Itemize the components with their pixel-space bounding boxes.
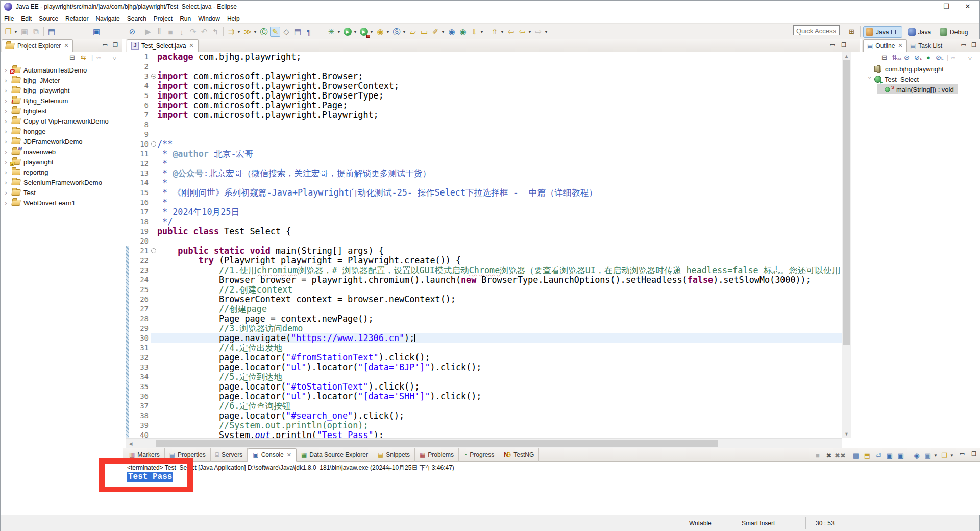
expander-icon[interactable]: › [5, 97, 10, 105]
code-line-36[interactable]: page.locator("ul").locator("[data='SHH']… [157, 392, 481, 401]
back-icon[interactable]: ⇦ [517, 27, 527, 37]
save-all-icon[interactable]: ⧉ [31, 27, 41, 37]
stop-icon[interactable]: ■ [165, 27, 176, 37]
tree-item-playwright[interactable]: ›▲playwright [1, 157, 122, 167]
open-folder-icon[interactable]: ▱ [408, 27, 418, 37]
menu-navigate[interactable]: Navigate [92, 13, 123, 23]
menu-edit[interactable]: Edit [17, 13, 35, 23]
back-dropdown-icon[interactable]: ▼ [528, 30, 532, 34]
menu-refactor[interactable]: Refactor [62, 13, 92, 23]
code-line-30[interactable]: page.navigate("https://www.12306.cn"); [157, 333, 415, 343]
code-line-37[interactable]: //6.定位查询按钮 [157, 401, 291, 411]
pencil-icon[interactable]: ✐ [430, 27, 440, 37]
remove-launch-icon[interactable]: ✖ [824, 450, 834, 461]
collapse-all-icon[interactable]: ⊟ [881, 54, 887, 61]
tree-item-reportng[interactable]: ›reportng [1, 167, 122, 177]
code-line-24[interactable]: Browser browser = playwright.chromium().… [157, 275, 811, 285]
editor-horizontal-scrollbar[interactable]: ◀ [126, 438, 842, 448]
hide-fields-icon[interactable]: ⊘ [904, 54, 910, 61]
tree-item-SeleniumFrameworkDemo[interactable]: ›SeleniumFrameworkDemo [1, 177, 122, 187]
code-line-7[interactable]: import com.microsoft.playwright.Playwrig… [157, 110, 379, 120]
code-line-4[interactable]: import com.microsoft.playwright.BrowserC… [157, 81, 399, 91]
open-folder2-icon[interactable]: ▭ [419, 27, 429, 37]
new-web-icon[interactable]: ◉ [375, 27, 385, 37]
minimize-window-button[interactable]: — [916, 2, 931, 12]
run-config-dropdown-icon[interactable]: ▼ [370, 30, 374, 34]
tree-item-Bjhg_Selenium[interactable]: ›!Bjhg_Selenium [1, 95, 122, 106]
collapse-all-icon[interactable]: ⊟ [69, 54, 75, 61]
run-dropdown-icon[interactable]: ▼ [353, 30, 358, 34]
coverage-icon[interactable]: ⇉ [226, 27, 236, 37]
code-line-34[interactable]: //5.定位到达地 [157, 372, 282, 382]
open-console-icon[interactable]: ❐ [939, 450, 949, 461]
expander-icon[interactable]: › [5, 168, 10, 176]
expander-icon[interactable]: › [5, 189, 10, 197]
import-down-icon[interactable]: ⇩ [469, 27, 479, 37]
expander-icon[interactable]: › [866, 76, 874, 81]
view-menu-icon[interactable]: ▽ [968, 56, 972, 61]
import-down-dropdown-icon[interactable]: ▼ [480, 30, 484, 34]
code-line-12[interactable]: * [157, 159, 167, 168]
maximize-view-icon[interactable]: ❒ [971, 451, 976, 457]
expander-icon[interactable]: › [5, 158, 10, 166]
remove-all-icon[interactable]: ✖✖ [835, 450, 845, 461]
expander-icon[interactable]: › [5, 128, 10, 135]
dropdown-icon[interactable]: ▼ [950, 453, 954, 458]
tab-project-explorer[interactable]: Project Explorer ✕ [2, 39, 73, 52]
focus-task-icon[interactable]: ◦◦ [951, 54, 955, 61]
code-line-14[interactable]: * [157, 178, 167, 188]
binary-file-icon[interactable]: ▤ [46, 27, 57, 37]
show-whitespace-icon[interactable]: ¶ [304, 27, 314, 37]
perspective-java-ee[interactable]: Java EE [863, 26, 902, 38]
code-line-28[interactable]: Page page = context.newPage(); [157, 314, 374, 324]
show-on-output-icon[interactable]: ▣ [896, 450, 906, 461]
expander-icon[interactable]: › [5, 148, 10, 156]
code-line-29[interactable]: //3.浏览器访问demo [157, 324, 303, 333]
step-over-icon[interactable]: ↷ [188, 27, 198, 37]
resume-icon[interactable]: ▶ [143, 27, 153, 37]
coverage-dropdown-icon[interactable]: ▼ [237, 30, 241, 34]
tab-servers[interactable]: ⌸Servers [211, 448, 248, 462]
tree-item-bjhgtest[interactable]: ›bjhgtest [1, 106, 122, 116]
expander-icon[interactable]: › [5, 77, 10, 84]
new-web-dropdown-icon[interactable]: ▼ [386, 30, 390, 34]
reader-mode-icon[interactable]: ▤ [292, 27, 303, 37]
maximize-view-icon[interactable]: ❒ [971, 42, 976, 49]
minimize-view-icon[interactable]: ▭ [960, 451, 965, 457]
maximize-editor-icon[interactable]: ❒ [841, 42, 846, 49]
outline-item-main[interactable]: Smain(String[]) : void [877, 84, 958, 94]
code-line-40[interactable]: System.out.println("Test Pass"); [157, 430, 384, 438]
step-into-icon[interactable]: ↓ [177, 27, 187, 37]
code-line-39[interactable]: //System.out.println(option); [157, 421, 368, 430]
tree-item-hongge[interactable]: ›hongge [1, 126, 122, 136]
tree-item-Copy of VipFrameworkDemo[interactable]: ›Copy of VipFrameworkDemo [1, 116, 122, 126]
pin-icon[interactable]: ◉ [912, 450, 922, 461]
menu-search[interactable]: Search [124, 13, 150, 23]
tab-snippets[interactable]: ▤Snippets [373, 448, 415, 462]
hide-non-public-icon[interactable]: ● [926, 54, 930, 61]
drop-frame-icon[interactable]: ↰ [210, 27, 220, 37]
save-icon[interactable]: ▣ [19, 27, 30, 37]
tab-outline[interactable]: ▤ Outline ✕ [863, 39, 907, 52]
word-wrap-icon[interactable]: ⏎ [873, 450, 884, 461]
tree-item-JDFrameworkDemo[interactable]: ›JDFrameworkDemo [1, 136, 122, 147]
close-window-button[interactable]: ✕ [960, 2, 975, 12]
dropdown-icon[interactable]: ▼ [934, 453, 938, 458]
expander-icon[interactable]: › [5, 66, 10, 74]
tree-item-bjhg_JMeter[interactable]: ›bjhg_JMeter [1, 75, 122, 85]
remote-systems-icon[interactable]: ▣ [91, 27, 102, 37]
perspective-java[interactable]: Java [906, 26, 934, 38]
code-line-13[interactable]: * @公众号:北京宏哥（微信搜索，关注宏哥，提前解锁更多测试干货） [157, 168, 431, 178]
menu-file[interactable]: File [1, 13, 17, 23]
code-line-21[interactable]: public static void main(String[] args) { [157, 246, 384, 256]
scroll-lock-icon[interactable]: ⬒ [862, 450, 872, 461]
tab-testng[interactable]: NGTestNG [499, 448, 539, 462]
globe-run-icon[interactable]: ◉ [458, 27, 468, 37]
expander-icon[interactable]: › [5, 117, 10, 125]
menu-window[interactable]: Window [194, 13, 224, 23]
tree-item-Test[interactable]: ›Test [1, 187, 122, 198]
close-icon[interactable]: ✕ [189, 42, 193, 49]
pause-icon[interactable]: Ⅱ [154, 27, 164, 37]
pin-console-icon[interactable]: ▣ [885, 450, 895, 461]
web-service-dropdown-icon[interactable]: ▼ [402, 30, 407, 34]
